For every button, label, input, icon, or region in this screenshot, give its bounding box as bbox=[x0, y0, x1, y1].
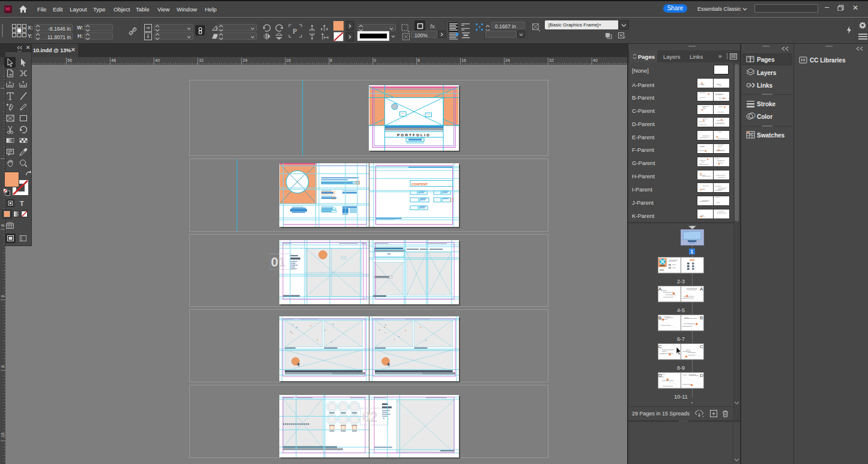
svg-text:02: 02 bbox=[362, 409, 378, 425]
svg-text:01: 01 bbox=[271, 255, 285, 270]
svg-text:P: P bbox=[293, 26, 297, 35]
svg-text:CONTENT: CONTENT bbox=[411, 182, 428, 186]
svg-text:PORTFOLIO: PORTFOLIO bbox=[397, 133, 431, 137]
